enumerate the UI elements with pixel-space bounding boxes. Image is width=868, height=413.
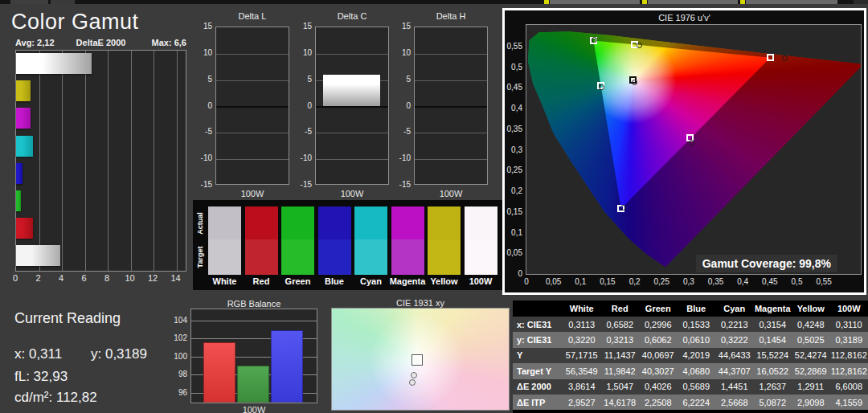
tick-label: 0,55	[813, 277, 834, 286]
table-value-cell: 40,3027	[639, 363, 678, 378]
table-header-cell: Blue	[678, 301, 716, 317]
grid-line	[216, 159, 289, 160]
delta-x-label: 100W	[215, 189, 289, 198]
table-value-cell: 1,2911	[792, 379, 830, 395]
target-row-label: Target	[196, 245, 204, 269]
toolbar-tab-fragment[interactable]	[854, 0, 868, 4]
measured-marker-cyan	[599, 84, 604, 90]
target-marker-white	[412, 355, 422, 365]
table-value-cell: 11,1437	[601, 348, 640, 363]
gamut-coverage-label: Gamut Coverage:	[702, 257, 796, 270]
tick-label: 0,5	[505, 63, 522, 72]
swatch-actual-yellow	[428, 206, 461, 239]
swatch-target-red	[245, 239, 278, 275]
delta-plot-area	[315, 27, 389, 185]
measured-marker-yellow	[637, 43, 642, 48]
swatch-target-magenta	[391, 239, 424, 275]
table-value-cell: 2,2508	[639, 395, 678, 410]
tick-label: 0	[9, 273, 22, 283]
grid-line	[62, 51, 63, 271]
table-value-cell: 1,5047	[601, 379, 640, 395]
tick-label: 0,25	[651, 277, 672, 286]
swatch-comparison-panel: ActualTargetWhiteRedGreenBlueCyanMagenta…	[193, 200, 508, 290]
table-row: Target Y56,354911,984240,30274,068044,37…	[513, 363, 868, 378]
swatch-label: Magenta	[388, 276, 428, 286]
reading-cdm2-value: cd/m²: 112,82	[14, 390, 97, 406]
tick-label: 0	[196, 101, 212, 110]
measured-marker	[411, 372, 417, 378]
measurement-table: WhiteRedGreenBlueCyanMagentaYellow100Wx:…	[513, 301, 868, 413]
rgb-balance-chart: RGB Balance 1041021009896 100W	[174, 299, 318, 413]
tick-label: 0,3	[678, 277, 699, 286]
grid-line	[85, 51, 86, 271]
table-row-label: y: CIE31	[513, 332, 563, 347]
tick-label: 0,4	[732, 277, 753, 286]
table-value-cell: 0,5689	[678, 379, 716, 395]
tick-label: 0,45	[505, 83, 522, 92]
grid-line	[316, 133, 388, 133]
swatch-actual-red	[245, 206, 278, 239]
toolbar-marker-icon	[740, 0, 745, 4]
table-value-cell: 52,4274	[792, 348, 830, 363]
table-header-row: WhiteRedGreenBlueCyanMagentaYellow100W	[513, 301, 868, 317]
measured-marker-magenta	[689, 140, 694, 145]
tick-label: 102	[174, 333, 187, 342]
deltae-max-label: Max: 6,6	[152, 38, 186, 47]
swatch-target-blue	[318, 239, 351, 275]
tick-label: 10	[196, 48, 212, 57]
toolbar-tab-fragment[interactable]	[51, 0, 75, 4]
cie1976-title: CIE 1976 u'v'	[505, 13, 864, 22]
toolbar-tab-fragment[interactable]	[648, 0, 738, 4]
swatch-actual-cyan	[354, 206, 387, 239]
deltae-bar-red	[16, 218, 33, 239]
tick-label: 0,05	[543, 277, 564, 286]
app-window: Color Gamut Avg: 2,12 DeltaE 2000 Max: 6…	[0, 0, 868, 413]
deltae-bar-green	[16, 190, 21, 211]
tick-label: -15	[296, 180, 312, 189]
table-value-cell: 1,2637	[754, 379, 792, 395]
tick-label: 15	[296, 22, 312, 31]
tick-label: 8	[100, 273, 113, 283]
delta-chart-delta-h: Delta H151050-5-10-15100W	[395, 11, 488, 200]
tick-label: 0,2	[505, 186, 522, 195]
current-reading-panel: Current Reading x: 0,311 y: 0,3189 fL: 3…	[14, 310, 175, 408]
measured-marker	[409, 379, 416, 386]
measured-marker-blue	[620, 205, 626, 211]
table-value-cell: 52,2869	[792, 363, 830, 378]
swatch-target-yellow	[428, 239, 461, 275]
table-header-cell: Cyan	[715, 301, 754, 317]
table-value-cell: 0,1454	[754, 332, 792, 347]
toolbar-tab-fragment[interactable]	[746, 0, 837, 4]
rgb-bar-red	[203, 342, 235, 403]
table-header-cell: Red	[601, 301, 640, 317]
toolbar-tab-fragment[interactable]	[10, 0, 48, 4]
tick-label: 10	[296, 48, 312, 57]
table-value-cell: 0,2996	[639, 317, 678, 332]
tick-label: 4	[55, 273, 68, 283]
tick-label: 15	[395, 22, 411, 31]
reading-y-value: y: 0,3189	[91, 346, 147, 362]
tick-label: 0,1	[570, 277, 591, 286]
tick-label: 0	[516, 277, 537, 286]
table-row: ΔE ITP2,952714,61782,25086,22242,56685,0…	[513, 395, 868, 410]
table-value-cell: 16,0522	[754, 363, 792, 378]
deltae-bar-magenta	[16, 108, 31, 129]
toolbar-fragment	[0, 0, 868, 4]
toolbar-tab-fragment[interactable]	[550, 0, 640, 4]
deltae-x-axis: 02468101214	[15, 273, 186, 284]
grid-line	[216, 80, 289, 81]
measured-marker-white	[632, 80, 637, 85]
zero-line	[415, 106, 487, 108]
current-reading-title: Current Reading	[14, 310, 121, 327]
tick-label: -5	[196, 127, 212, 136]
table-corner-cell	[513, 301, 563, 317]
table-value-cell: 0,4248	[792, 317, 830, 332]
swatch-actual-green	[281, 206, 314, 239]
swatch-label: Yellow	[424, 276, 464, 286]
table-row-label: ΔE ITP	[513, 395, 563, 410]
tick-label: 10	[124, 273, 137, 283]
deltae-plot-area	[15, 50, 186, 272]
tick-label: 0,05	[505, 248, 522, 257]
rgb-balance-x-label: 100W	[190, 405, 317, 413]
table-row: x: CIE310,31130,65820,29960,15330,22130,…	[513, 317, 868, 332]
